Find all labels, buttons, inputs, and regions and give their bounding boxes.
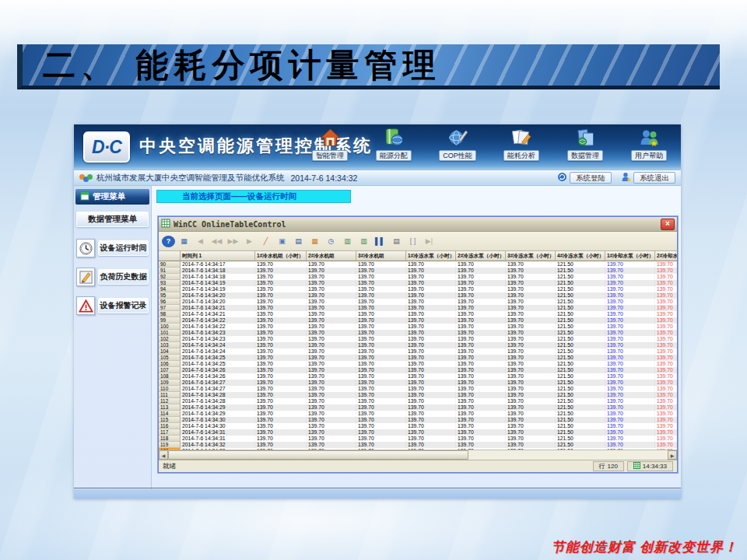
system-login-button[interactable]: 系统登陆 xyxy=(557,172,612,184)
nav-item-smart-management[interactable]: 智能管理 xyxy=(303,128,357,161)
scroll-left-icon[interactable]: ◀ xyxy=(159,450,168,460)
row-number-cell[interactable]: 117 xyxy=(159,429,181,436)
nav-item-energy-analysis[interactable]: 能耗分析 xyxy=(494,128,549,161)
sidebar-submenu-title[interactable]: 数据管理菜单 xyxy=(76,212,149,227)
column-header[interactable]: 3#冷水机组 xyxy=(356,251,406,261)
close-icon[interactable]: × xyxy=(661,219,675,230)
table-row[interactable]: 1042014-7-6 14:34:24139.70139.70139.7013… xyxy=(159,348,677,355)
column-header[interactable]: 1#冷水机组（小时） xyxy=(255,251,307,261)
table-row[interactable]: 1022014-7-6 14:34:23139.70139.70139.7013… xyxy=(159,336,677,342)
table-row[interactable]: 1132014-7-6 14:34:29139.70139.70139.7013… xyxy=(159,404,677,411)
sidebar-item-alarm-records[interactable]: 设备报警记录 xyxy=(74,296,151,315)
horizontal-scrollbar[interactable]: ◀ ▶ xyxy=(159,450,677,460)
nav-item-user-help[interactable]: 用户帮助 xyxy=(622,128,676,161)
row-number-cell[interactable]: 95 xyxy=(159,292,181,299)
row-number-cell[interactable]: 112 xyxy=(159,398,181,404)
copy-icon[interactable]: ▣ xyxy=(275,235,289,248)
row-number-cell[interactable]: 96 xyxy=(159,299,181,305)
table-row[interactable]: 982014-7-6 14:34:21139.70139.70139.70139… xyxy=(159,311,677,317)
scrollbar-thumb[interactable] xyxy=(168,450,468,460)
column-header[interactable]: 2#冷冻水泵（小时） xyxy=(456,251,506,261)
row-number-cell[interactable]: 98 xyxy=(159,311,181,317)
row-number-cell[interactable]: 101 xyxy=(159,330,181,336)
table-row[interactable]: 1182014-7-6 14:34:31139.70139.70139.7013… xyxy=(159,436,677,442)
nav-item-cop-performance[interactable]: COP性能 xyxy=(430,128,485,161)
table-row[interactable]: 932014-7-6 14:34:19139.70139.70139.70139… xyxy=(159,280,677,286)
table-row[interactable]: 902014-7-6 14:34:17139.70139.70139.70139… xyxy=(159,261,677,268)
table-row[interactable]: 972014-7-6 14:34:21139.70139.70139.70139… xyxy=(159,305,677,311)
help-icon[interactable]: ? xyxy=(162,236,175,247)
column-header[interactable]: 1#冷却水泵（小时） xyxy=(605,251,655,261)
table-row[interactable]: 1122014-7-6 14:34:28139.70139.70139.7013… xyxy=(159,398,677,404)
table-row[interactable]: 1162014-7-6 14:34:30139.70139.70139.7013… xyxy=(159,423,677,429)
table-row[interactable]: 1002014-7-6 14:34:22139.70139.70139.7013… xyxy=(159,324,677,330)
table-row[interactable]: 1092014-7-6 14:34:27139.70139.70139.7013… xyxy=(159,380,677,386)
row-number-cell[interactable]: 105 xyxy=(159,355,181,361)
table-row[interactable]: 1152014-7-6 14:34:30139.70139.70139.7013… xyxy=(159,417,677,423)
column-header[interactable]: 1#冷冻水泵（小时） xyxy=(406,251,456,261)
window-titlebar[interactable]: WinCC OnlineTableControl × xyxy=(159,217,677,232)
sidebar-item-device-runtime[interactable]: 设备运行时间 xyxy=(74,239,151,257)
column-header[interactable]: 2#冷却水泵（小时） xyxy=(655,251,677,261)
row-number-cell[interactable]: 116 xyxy=(159,423,181,429)
row-number-cell[interactable]: 109 xyxy=(159,380,181,386)
table-row[interactable]: 922014-7-6 14:34:18139.70139.70139.70139… xyxy=(159,274,677,280)
row-number-cell[interactable]: 111 xyxy=(159,392,181,398)
time-range-icon[interactable]: ▦ xyxy=(307,235,322,248)
row-number-cell[interactable]: 97 xyxy=(159,305,181,311)
table-row[interactable]: 1142014-7-6 14:34:29139.70139.70139.7013… xyxy=(159,411,677,417)
table-row[interactable]: 1192014-7-6 14:34:32139.70139.70139.7013… xyxy=(159,442,677,448)
row-number-cell[interactable]: 103 xyxy=(159,342,181,348)
table-row[interactable]: 1052014-7-6 14:34:25139.70139.70139.7013… xyxy=(159,355,677,361)
nav-item-energy-allocation[interactable]: 能源分配 xyxy=(366,128,421,161)
row-number-cell[interactable]: 108 xyxy=(159,373,181,380)
column-header[interactable]: 3#冷冻水泵（小时） xyxy=(506,251,556,261)
row-number-cell[interactable]: 106 xyxy=(159,361,181,367)
table-row[interactable]: 1102014-7-6 14:34:27139.70139.70139.7013… xyxy=(159,386,677,392)
column-header[interactable]: 4#冷冻水泵（小时） xyxy=(556,251,605,261)
row-number-cell[interactable]: 90 xyxy=(159,261,181,268)
row-number-cell[interactable]: 102 xyxy=(159,336,181,342)
table-row[interactable]: 1112014-7-6 14:34:28139.70139.70139.7013… xyxy=(159,392,677,398)
edit-pen-icon[interactable]: ╱ xyxy=(258,235,273,248)
table-row[interactable]: 1032014-7-6 14:34:24139.70139.70139.7013… xyxy=(159,342,677,348)
row-number-cell[interactable]: 94 xyxy=(159,286,181,292)
sidebar-item-load-history[interactable]: 负荷历史数据 xyxy=(74,268,151,286)
system-logout-button[interactable]: 系统退出 xyxy=(621,172,675,184)
row-number-cell[interactable]: 114 xyxy=(159,411,181,417)
row-number-cell[interactable]: 113 xyxy=(159,404,181,411)
select-data-icon[interactable]: [ ] xyxy=(405,235,420,248)
table-row[interactable]: 962014-7-6 14:34:20139.70139.70139.70139… xyxy=(159,299,677,305)
column-select-icon[interactable]: ▤ xyxy=(291,235,306,248)
row-number-cell[interactable]: 100 xyxy=(159,324,181,330)
time-base-icon[interactable]: ▦ xyxy=(177,235,191,248)
scroll-right-icon[interactable]: ▶ xyxy=(668,450,677,460)
row-number-cell[interactable]: 93 xyxy=(159,280,181,286)
row-number-cell[interactable]: 99 xyxy=(159,317,181,324)
table-row[interactable]: 992014-7-6 14:34:22139.70139.70139.70139… xyxy=(159,317,677,324)
row-number-cell[interactable]: 118 xyxy=(159,436,181,442)
export-record-icon[interactable]: ▥ xyxy=(340,235,355,248)
row-number-cell[interactable]: 104 xyxy=(159,348,181,355)
table-row[interactable]: 1072014-7-6 14:34:26139.70139.70139.7013… xyxy=(159,367,677,373)
nav-item-data-management[interactable]: 数据管理 xyxy=(558,128,612,161)
row-number-cell[interactable]: 92 xyxy=(159,274,181,280)
table-row[interactable]: 952014-7-6 14:34:20139.70139.70139.70139… xyxy=(159,292,677,299)
print-icon[interactable]: ▤ xyxy=(389,235,404,248)
row-number-cell[interactable]: 107 xyxy=(159,367,181,373)
row-number-cell[interactable]: 119 xyxy=(159,442,181,448)
row-number-cell[interactable]: 115 xyxy=(159,417,181,423)
table-row[interactable]: 1062014-7-6 14:34:25139.70139.70139.7013… xyxy=(159,361,677,367)
row-number-cell[interactable]: 110 xyxy=(159,386,181,392)
table-row[interactable]: 1172014-7-6 14:34:31139.70139.70139.7013… xyxy=(159,429,677,436)
row-number-cell[interactable]: 91 xyxy=(159,268,181,274)
column-header[interactable]: 时间列 1 xyxy=(181,251,255,261)
table-row[interactable]: 912014-7-6 14:34:18139.70139.70139.70139… xyxy=(159,268,677,274)
timer-clock-icon[interactable]: ◷ xyxy=(324,235,338,248)
import-record-icon[interactable]: ▥ xyxy=(356,235,371,248)
table-row[interactable]: 1082014-7-6 14:34:26139.70139.70139.7013… xyxy=(159,373,677,380)
column-header[interactable]: 2#冷水机组 xyxy=(307,251,356,261)
table-row[interactable]: 942014-7-6 14:34:19139.70139.70139.70139… xyxy=(159,286,677,292)
pause-icon[interactable]: ▌▌ xyxy=(373,235,388,248)
table-row[interactable]: 1012014-7-6 14:34:23139.70139.70139.7013… xyxy=(159,330,677,336)
